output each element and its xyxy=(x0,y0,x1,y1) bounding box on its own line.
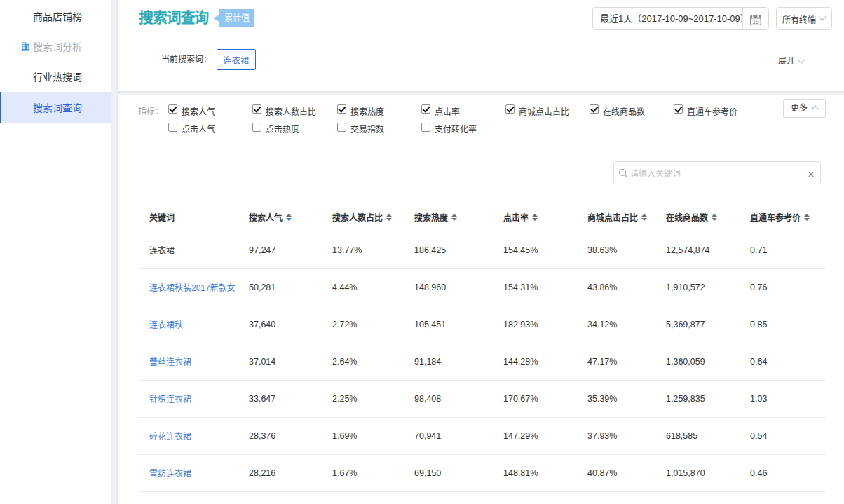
svg-text:15: 15 xyxy=(752,18,759,25)
